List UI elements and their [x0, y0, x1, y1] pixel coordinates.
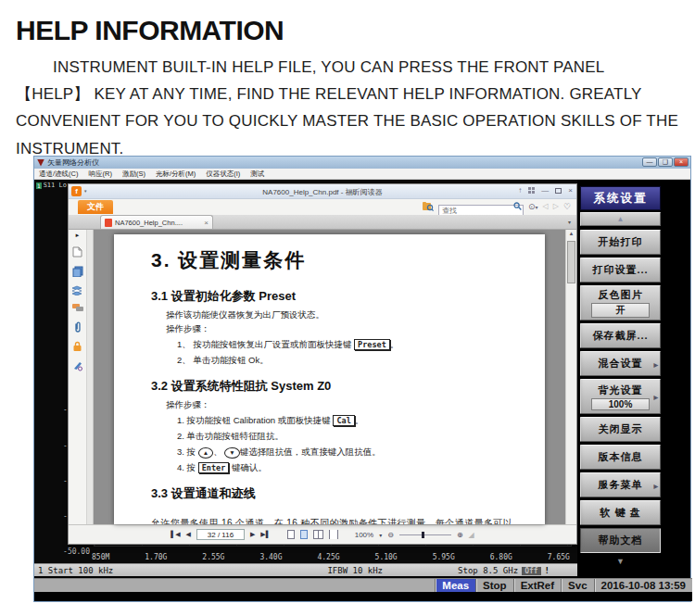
softkey-soft-keyboard[interactable]: 软 键 盘 [580, 500, 661, 525]
find-next-icon[interactable]: ▷ [553, 202, 559, 210]
y-axis-label: -50.00 [34, 547, 90, 556]
search-icon[interactable] [513, 202, 522, 210]
file-menu-button[interactable]: 文件 [78, 200, 113, 214]
pages-panel-icon[interactable] [72, 266, 83, 277]
softkey-scroll-down-button[interactable]: ▼ [580, 556, 661, 567]
pdf-minimize-button[interactable]: — [541, 186, 549, 195]
doc-step: 3. 按 ▲、 ▼键选择阻抗值，或直接键入阻抗值。 [177, 446, 513, 459]
status-meas[interactable]: Meas [435, 579, 475, 592]
first-page-button[interactable]: ▌◀ [171, 531, 180, 538]
softkey-label: 开始打印 [599, 235, 643, 249]
enter-keycap: Enter [198, 462, 230, 473]
previous-page-button[interactable]: ◀ [186, 531, 191, 538]
scroll-up-icon[interactable]: ▲ [566, 231, 576, 236]
pdf-sidebar: ► [69, 230, 87, 524]
facing-pages-view-icon[interactable] [313, 530, 323, 539]
expand-panel-icon[interactable]: ► [75, 233, 81, 238]
window-resize-handle-icon[interactable]: ◢ [469, 531, 474, 539]
softkey-print-setup[interactable]: 打印设置... [580, 258, 661, 283]
bookmarks-panel-icon[interactable] [72, 246, 82, 258]
favorite-icon[interactable]: ♡ [563, 202, 571, 211]
restore-button[interactable]: ❑ [658, 157, 673, 167]
close-button[interactable]: × [674, 157, 689, 167]
search-folder-icon[interactable] [423, 201, 434, 211]
softkey-value: 开 [591, 303, 650, 318]
softkey-backlight[interactable]: 背光设置 100% ▶ [580, 379, 661, 414]
pdf-titlebar: f ▾ NA7600_Help_Chn.pdf - 福昕阅读器 ↑ — × [69, 184, 576, 199]
pdf-close-button[interactable]: × [568, 186, 573, 195]
page-number-input[interactable] [196, 529, 245, 540]
tab-close-icon[interactable]: × [204, 219, 208, 227]
doc-steps-label: 操作步骤： [166, 399, 513, 411]
ifbw-value: IFBW 10 kHz [327, 566, 383, 575]
tab-list-caret-icon[interactable]: ▾ [568, 219, 571, 225]
security-lock-icon[interactable] [72, 341, 82, 352]
comments-panel-icon[interactable] [72, 304, 83, 313]
last-page-button[interactable]: ▶▌ [260, 531, 270, 538]
status-svc[interactable]: Svc [561, 579, 593, 592]
stop-frequency: Stop 8.5 GHz [458, 566, 518, 575]
softkey-service-menu[interactable]: 服务菜单 ▶ [580, 472, 661, 497]
softkey-menu-title: 系统设置 [580, 186, 661, 210]
fit-width-view-icon[interactable] [329, 530, 338, 539]
pdf-restore-button[interactable] [555, 188, 562, 194]
pdf-tab-bar: NA7600_Help_Chn.... × ▾ [69, 215, 576, 230]
warning-indicator: ! [545, 566, 550, 575]
share-icon[interactable]: ↑ [518, 186, 522, 195]
softkey-misc-setup[interactable]: 混合设置 ▶ [580, 351, 661, 376]
softkey-version-info[interactable]: 版本信息 [580, 445, 661, 470]
sweep-status-strip: 1 Start 100 kHz IFBW 10 kHz Stop 8.5 GHz… [34, 563, 577, 576]
softkey-save-screenshot[interactable]: 保存截屏... [580, 323, 661, 348]
zoom-in-icon[interactable]: ⊕ [457, 531, 463, 539]
x-axis-label: 1.70G [145, 553, 167, 561]
softkey-invert-image[interactable]: 反色图片 开 [580, 285, 661, 321]
softkey-scroll-up-button[interactable]: ▲ [580, 212, 661, 226]
instrument-body: 1 S11 Lo 50.00 40.00 30.00 20.00 10.00 0… [34, 180, 690, 601]
trace-header: 1 S11 Lo [36, 182, 70, 189]
start-frequency: 1 Start 100 kHz [38, 566, 113, 575]
doc-paragraph: 允许您最多使用 16 个通道。在 16 种不同的激励条件下进行测量。每个通道最多… [151, 515, 513, 524]
next-page-button[interactable]: ▶ [250, 531, 255, 538]
document-tab[interactable]: NA7600_Help_Chn.... × [100, 215, 213, 229]
softkey-menu: 系统设置 ▲ 开始打印 打印设置... 反色图片 开 保存截屏... 混合设置 … [580, 186, 661, 567]
instrument-menubar: 通道/迹线(C) 响应(R) 激励(S) 光标/分析(M) 仪器状态(I) 测试 [34, 169, 690, 180]
zoom-level-label[interactable]: 100% [355, 531, 373, 539]
zoom-slider[interactable] [399, 534, 451, 535]
vertical-scrollbar[interactable]: ▲ [565, 230, 576, 524]
find-previous-icon[interactable]: ◁ [543, 202, 549, 210]
menu-marker-analysis[interactable]: 光标/分析(M) [156, 170, 196, 179]
softkey-label: 服务菜单 [599, 478, 643, 492]
search-options-icon[interactable]: ⊙▾ [528, 202, 538, 211]
cal-keycap: Cal [333, 415, 354, 426]
preset-keycap: Preset [354, 339, 390, 350]
layers-panel-icon[interactable] [71, 285, 83, 295]
zoom-slider-thumb[interactable] [422, 532, 424, 538]
doc-paragraph: 操作该功能使仪器恢复为出厂预设状态。 [166, 309, 513, 321]
status-extref[interactable]: ExtRef [513, 579, 561, 592]
menu-instrument-state[interactable]: 仪器状态(I) [206, 170, 240, 179]
menu-channel-trace[interactable]: 通道/迹线(C) [39, 170, 79, 179]
softkey-label: 打印设置... [592, 263, 648, 277]
doc-step: 4. 按 Enter 键确认。 [177, 462, 513, 474]
system-status-bar: Meas Stop ExtRef Svc 2016-10-08 13:59 [34, 578, 692, 592]
menu-test[interactable]: 测试 [250, 170, 264, 179]
panel-splitter[interactable] [87, 230, 94, 524]
menu-response[interactable]: 响应(R) [89, 170, 112, 179]
attachments-panel-icon[interactable] [73, 321, 82, 333]
signature-panel-icon[interactable] [72, 360, 83, 371]
submenu-arrow-icon: ▶ [653, 482, 659, 488]
softkey-start-print[interactable]: 开始打印 [580, 230, 661, 255]
softkey-help-document[interactable]: 帮助文档 [580, 528, 661, 553]
single-page-view-icon[interactable] [287, 530, 295, 539]
minimize-button[interactable]: — [642, 157, 657, 167]
status-stop[interactable]: Stop [475, 579, 513, 592]
softkey-display-off[interactable]: 关闭显示 [580, 417, 661, 442]
page: HELP INFORMATION INSTRUMENT BUILT-IN HEL… [0, 0, 695, 616]
zoom-out-icon[interactable]: ⊖ [387, 531, 394, 539]
zoom-preset-caret-icon[interactable]: ▾ [379, 532, 382, 538]
menu-stimulus[interactable]: 激励(S) [122, 170, 145, 179]
scrollbar-thumb[interactable] [567, 241, 575, 283]
continuous-view-icon[interactable] [300, 530, 308, 539]
layout-grid-icon[interactable] [528, 187, 535, 194]
trace-number-badge: 1 [36, 182, 42, 189]
